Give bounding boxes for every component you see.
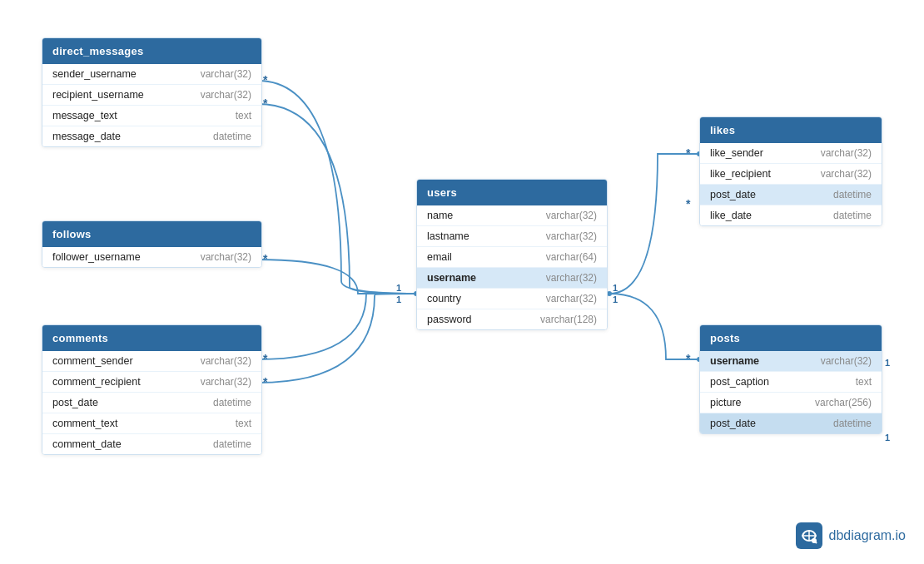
field-posts-username-name: username: [710, 355, 759, 367]
field-users-lastname-type: varchar(32): [546, 230, 597, 242]
field-posts-username-type: varchar(32): [821, 355, 872, 367]
field-dm-recipient-name: recipient_username: [52, 89, 144, 101]
row-comments-sender: comment_sender varchar(32): [42, 351, 261, 372]
field-comments-sender-name: comment_sender: [52, 355, 133, 367]
field-dm-date-type: datetime: [213, 131, 251, 142]
field-dm-sender-name: sender_username: [52, 68, 137, 80]
dbdiagram-logo-icon: [796, 522, 822, 549]
cardinality-1-users-left-top: 1: [396, 283, 401, 293]
field-likes-sender-name: like_sender: [710, 147, 763, 159]
field-comments-recipient-type: varchar(32): [201, 376, 251, 388]
field-dm-text-type: text: [236, 110, 251, 121]
field-users-name-name: name: [427, 210, 453, 221]
cardinality-1-users-left-bottom: 1: [396, 294, 401, 304]
cardinality-1-users-right-bottom: 1: [613, 294, 618, 304]
field-users-email-name: email: [427, 251, 452, 263]
field-comments-text-type: text: [236, 418, 251, 429]
table-header-comments: comments: [42, 325, 261, 351]
row-likes-recipient: like_recipient varchar(32): [700, 164, 882, 185]
field-comments-postdate-name: post_date: [52, 397, 98, 408]
row-posts-picture: picture varchar(256): [700, 393, 882, 413]
logo-area: dbdiagram.io: [796, 522, 907, 549]
table-direct-messages: direct_messages sender_username varchar(…: [42, 37, 262, 147]
row-comments-text: comment_text text: [42, 413, 261, 434]
row-comments-recipient: comment_recipient varchar(32): [42, 372, 261, 393]
field-follows-follower-type: varchar(32): [201, 251, 251, 263]
asterisk-follows: *: [263, 252, 267, 265]
asterisk-likes: *: [686, 146, 690, 160]
field-likes-recipient-name: like_recipient: [710, 168, 771, 180]
field-likes-likedate-name: like_date: [710, 210, 752, 221]
field-comments-sender-type: varchar(32): [201, 355, 251, 367]
field-comments-recipient-name: comment_recipient: [52, 376, 141, 388]
field-dm-sender-type: varchar(32): [201, 68, 251, 80]
table-header-direct-messages: direct_messages: [42, 38, 261, 64]
logo-text: dbdiagram.io: [829, 528, 907, 543]
row-users-email: email varchar(64): [417, 247, 607, 268]
row-dm-recipient: recipient_username varchar(32): [42, 85, 261, 106]
asterisk-comments-recipient: *: [263, 375, 267, 388]
field-posts-caption-type: text: [856, 376, 872, 388]
row-likes-sender: like_sender varchar(32): [700, 143, 882, 164]
row-comments-postdate: post_date datetime: [42, 393, 261, 413]
field-comments-postdate-type: datetime: [213, 397, 251, 408]
field-posts-postdate-name: post_date: [710, 418, 756, 429]
cardinality-1-posts-right: 1: [885, 358, 890, 368]
row-users-username: username varchar(32): [417, 268, 607, 289]
field-posts-picture-type: varchar(256): [815, 397, 872, 408]
row-posts-caption: post_caption text: [700, 372, 882, 393]
table-posts: posts username varchar(32) post_caption …: [699, 324, 882, 434]
field-users-lastname-name: lastname: [427, 230, 469, 242]
field-likes-likedate-type: datetime: [833, 210, 872, 221]
row-users-lastname: lastname varchar(32): [417, 226, 607, 247]
field-likes-sender-type: varchar(32): [821, 147, 872, 159]
field-comments-date-type: datetime: [213, 438, 251, 450]
table-comments: comments comment_sender varchar(32) comm…: [42, 324, 262, 455]
field-dm-date-name: message_date: [52, 131, 121, 142]
asterisk-dm-sender: *: [263, 73, 267, 87]
table-header-likes: likes: [700, 117, 882, 143]
field-users-name-type: varchar(32): [546, 210, 597, 221]
table-header-follows: follows: [42, 221, 261, 247]
asterisk-likes-2: *: [686, 197, 690, 210]
row-users-country: country varchar(32): [417, 289, 607, 309]
row-posts-postdate: post_date datetime: [700, 413, 882, 433]
field-users-country-name: country: [427, 293, 461, 304]
field-dm-text-name: message_text: [52, 110, 117, 121]
row-follows-follower: follower_username varchar(32): [42, 247, 261, 267]
table-header-users: users: [417, 180, 607, 205]
field-users-country-type: varchar(32): [546, 293, 597, 304]
row-comments-date: comment_date datetime: [42, 434, 261, 454]
row-users-name: name varchar(32): [417, 205, 607, 226]
field-comments-text-name: comment_text: [52, 418, 118, 429]
field-users-password-type: varchar(128): [540, 314, 597, 325]
field-likes-postdate-type: datetime: [833, 189, 872, 200]
diagram-canvas: 1 1 1 1 1 1 * * * * * * * * direct_messa…: [0, 0, 924, 564]
field-likes-recipient-type: varchar(32): [821, 168, 872, 180]
asterisk-dm-recipient: *: [263, 96, 267, 110]
field-follows-follower-name: follower_username: [52, 251, 141, 263]
row-posts-username: username varchar(32): [700, 351, 882, 372]
field-users-email-type: varchar(64): [546, 251, 597, 263]
asterisk-comments-sender: *: [263, 352, 267, 365]
asterisk-posts: *: [686, 352, 690, 365]
field-users-username-name: username: [427, 272, 476, 284]
row-dm-text: message_text text: [42, 106, 261, 126]
row-users-password: password varchar(128): [417, 309, 607, 329]
row-dm-sender: sender_username varchar(32): [42, 64, 261, 85]
field-posts-postdate-type: datetime: [833, 418, 872, 429]
field-likes-postdate-name: post_date: [710, 189, 756, 200]
field-posts-picture-name: picture: [710, 397, 742, 408]
row-dm-date: message_date datetime: [42, 126, 261, 146]
field-dm-recipient-type: varchar(32): [201, 89, 251, 101]
table-follows: follows follower_username varchar(32): [42, 220, 262, 268]
field-users-password-name: password: [427, 314, 472, 325]
cardinality-1-posts-right-bottom: 1: [885, 433, 890, 443]
table-likes: likes like_sender varchar(32) like_recip…: [699, 116, 882, 226]
field-users-username-type: varchar(32): [546, 272, 597, 284]
cardinality-1-users-right-top: 1: [613, 283, 618, 293]
field-posts-caption-name: post_caption: [710, 376, 769, 388]
row-likes-postdate: post_date datetime: [700, 185, 882, 205]
field-comments-date-name: comment_date: [52, 438, 122, 450]
table-users: users name varchar(32) lastname varchar(…: [416, 179, 608, 330]
